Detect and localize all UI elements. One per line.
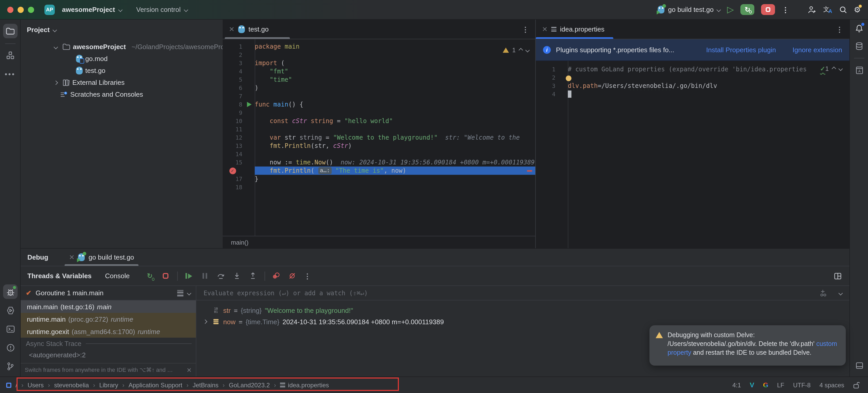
tab-idea-properties[interactable]: ✕ idea.properties (536, 20, 611, 39)
git-tool-button[interactable] (3, 359, 18, 373)
chevron-right-icon[interactable] (203, 319, 208, 324)
code-area-idea-properties[interactable]: ✓1 1# custom GoLand properties (expand/o… (536, 61, 849, 248)
terminal-tool-button[interactable] (3, 321, 18, 336)
indent-style[interactable]: 4 spaces (819, 382, 844, 389)
tab-threads-variables[interactable]: Threads & Variables (27, 272, 92, 280)
code-line[interactable]: 11 (223, 125, 535, 133)
code-line[interactable]: 9 (223, 109, 535, 117)
frame-row[interactable]: main.main(test.go:16)main (21, 301, 196, 313)
frame-row[interactable]: runtime.main(proc.go:272)runtime (21, 313, 196, 325)
code-line[interactable]: 1# custom GoLand properties (expand/over… (536, 65, 849, 74)
line-separator[interactable]: LF (777, 382, 784, 389)
code-line[interactable]: 14 (223, 150, 535, 158)
statusbar-breadcrumbs[interactable]: / ›Users›stevenobelia›Library›Applicatio… (0, 382, 329, 389)
editor-breadcrumb[interactable]: main() (223, 236, 535, 248)
notifications-bell-button[interactable] (850, 20, 868, 37)
code-line[interactable]: 3import ( (223, 59, 535, 67)
tree-item-awesomeproject[interactable]: awesomeProject~/GolandProjects/awesomePr… (21, 41, 223, 53)
editor-options-button[interactable]: ⋮ (836, 25, 849, 33)
code-line[interactable]: 4 "fmt" (223, 67, 535, 76)
project-panel-header[interactable]: Project (21, 20, 223, 38)
project-widget[interactable]: AP awesomeProject (44, 4, 122, 15)
code-line[interactable]: 10 const cStr string = "hello world" (223, 117, 535, 125)
tree-item-go-mod[interactable]: go.mod (21, 53, 223, 65)
code-line[interactable]: 3dlv.path=/Users/stevenobelia/.go/bin/dl… (536, 82, 849, 90)
v2ray-plugin-icon[interactable]: V (750, 381, 754, 389)
google-plugin-icon[interactable]: G (763, 381, 768, 389)
layout-icon[interactable] (833, 271, 842, 281)
tab-console[interactable]: Console (105, 272, 130, 280)
close-icon[interactable]: ✕ (542, 25, 548, 33)
step-into-icon[interactable] (232, 271, 242, 281)
code-line[interactable]: 1package main (223, 43, 535, 51)
search-icon[interactable] (839, 5, 847, 14)
run-tool-button[interactable] (3, 303, 18, 317)
chevron-down-icon[interactable] (839, 291, 843, 295)
frame-row[interactable]: runtime.goexit(asm_amd64.s:1700)runtime (21, 325, 196, 338)
close-window-button[interactable] (7, 6, 13, 13)
close-icon[interactable]: ✕ (69, 253, 75, 261)
code-line[interactable]: 13 fmt.Println(str, cStr) (223, 142, 535, 150)
breadcrumb-item[interactable]: Users (28, 382, 44, 389)
stop-button[interactable] (761, 4, 775, 15)
more-icon[interactable]: ⋮ (304, 272, 311, 280)
close-icon[interactable]: ✕ (229, 25, 235, 33)
view-breakpoints-icon[interactable] (272, 271, 281, 281)
step-over-icon[interactable] (216, 271, 226, 281)
ignore-extension-link[interactable]: Ignore extension (793, 46, 842, 54)
layout-settings-button[interactable] (850, 357, 868, 374)
translate-icon[interactable]: 文A (823, 5, 832, 14)
caret-position[interactable]: 4:1 (733, 382, 741, 389)
code-line[interactable]: 17} (223, 175, 535, 183)
frame-row[interactable]: <autogenerated>:2 (21, 349, 196, 360)
install-plugin-link[interactable]: Install Properties plugin (706, 46, 776, 54)
code-line[interactable]: 15 now := time.Now() now: 2024-10-31 19:… (223, 158, 535, 167)
tree-item-scratches-and-consoles[interactable]: Scratches and Consoles (21, 88, 223, 100)
documentation-tool-button[interactable]: A (850, 61, 868, 79)
code-area-test-go[interactable]: 1 1package main23import (4 "fmt"5 "time"… (223, 39, 535, 236)
goroutine-selector[interactable]: ✔ Goroutine 1 main.main (21, 286, 196, 301)
rerun-icon[interactable]: ↻ (145, 271, 154, 281)
structure-tool-button[interactable] (3, 48, 17, 62)
database-tool-button[interactable] (850, 37, 868, 55)
code-line[interactable]: 5 "time" (223, 76, 535, 84)
tree-item-external-libraries[interactable]: External Libraries (21, 77, 223, 88)
run-line-icon[interactable] (247, 102, 251, 107)
step-out-icon[interactable] (249, 271, 258, 281)
zoom-window-button[interactable] (28, 6, 34, 13)
close-icon[interactable]: ✕ (187, 366, 192, 374)
chevron-down-icon[interactable] (187, 291, 191, 295)
breakpoint-icon[interactable]: ✓ (229, 168, 236, 174)
vcs-widget[interactable]: Version control (136, 6, 187, 13)
run-configuration-selector[interactable]: go build test.go (658, 6, 720, 13)
variable-row[interactable]: 1001str={string}"Welcome to the playgrou… (196, 305, 849, 316)
code-line[interactable]: 7 (223, 92, 535, 100)
breadcrumb-item[interactable]: Library (99, 382, 118, 389)
mute-breakpoints-icon[interactable] (288, 271, 297, 281)
run-button[interactable]: ▷ (727, 5, 734, 14)
code-line[interactable]: 2 (536, 74, 849, 82)
evaluate-expression-input[interactable]: Evaluate expression (↵) or add a watch (… (196, 286, 849, 301)
file-encoding[interactable]: UTF-8 (793, 382, 811, 389)
code-line[interactable]: 18 (223, 183, 535, 191)
code-line[interactable]: 6) (223, 84, 535, 92)
add-user-icon[interactable] (808, 5, 816, 14)
tab-test-go[interactable]: ✕ test.go (223, 20, 275, 39)
code-line[interactable]: 2 (223, 51, 535, 59)
pause-icon[interactable] (200, 271, 210, 281)
breadcrumb-item[interactable]: JetBrains (193, 382, 219, 389)
editor-options-button[interactable]: ⋮ (522, 25, 535, 33)
more-tool-windows-button[interactable]: ••• (5, 70, 15, 78)
delve-warning-balloon[interactable]: Debugging with custom Delve: /Users/stev… (649, 325, 846, 366)
code-line[interactable]: 12 var str string = "Welcome to the play… (223, 133, 535, 142)
add-watch-icon[interactable] (819, 289, 828, 297)
breadcrumb-item[interactable]: idea.properties (280, 382, 329, 389)
expand-slot[interactable] (202, 320, 209, 323)
problems-tool-button[interactable] (3, 340, 18, 355)
breadcrumb-item[interactable]: GoLand2023.2 (229, 382, 270, 389)
stop-icon[interactable] (161, 271, 170, 281)
resume-icon[interactable] (184, 271, 194, 281)
breadcrumb-item[interactable]: stevenobelia (54, 382, 89, 389)
more-actions-button[interactable]: ⋮ (782, 5, 789, 14)
project-tool-button[interactable] (3, 24, 17, 38)
